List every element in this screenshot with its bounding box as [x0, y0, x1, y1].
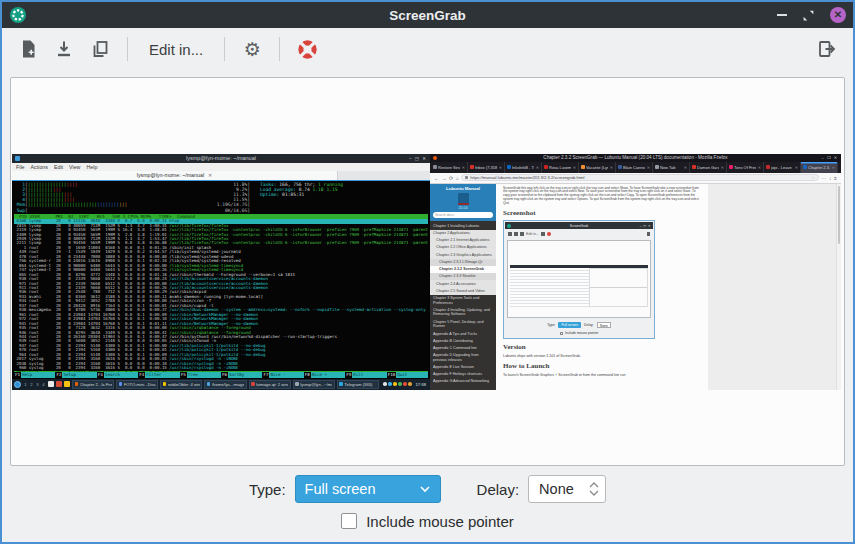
- gear-icon: ⚙: [244, 40, 261, 59]
- spin-up-icon: [589, 482, 599, 488]
- type-combobox[interactable]: Full screen: [295, 475, 441, 503]
- browser-tab: Chapter 2.3.2 S✕: [801, 162, 838, 173]
- tab-favicon: [507, 165, 511, 169]
- mini-edit-in: Edit in...: [526, 232, 539, 236]
- firefox-content: Lubuntu Manual 20.04 Search docs Chapter…: [430, 184, 841, 390]
- lubuntu-manual-logo: [458, 193, 469, 205]
- doc-toc-item: Chapter 2.3.1 LXImage-Qt: [430, 259, 496, 266]
- save-icon: [54, 39, 74, 59]
- firefox-navbar: ← → ⟳ ⌂ https://manual.lubuntu.me/master…: [430, 173, 841, 184]
- captured-left-monitor: lysmp@lyn-mome: ~/manual – ◳ ✕ FileActio…: [12, 154, 430, 390]
- window-title: ScreenGrab: [2, 8, 853, 23]
- terminal-window-controls: – ◳ ✕: [409, 156, 427, 161]
- new-screenshot-button[interactable]: [14, 35, 42, 63]
- mini-checkbox-label: Include mouse pointer: [565, 331, 598, 335]
- include-pointer-checkbox[interactable]: [341, 513, 357, 529]
- tray-icon: [403, 382, 407, 386]
- tab-close-icon: ✕: [832, 165, 835, 170]
- settings-button[interactable]: ⚙: [238, 35, 266, 63]
- taskbar-window-list: Chapter 2...la FirefoxFOTO-mini...Discar…: [72, 380, 379, 389]
- mini-controls: Type: Full screen Delay: None: [505, 320, 653, 329]
- doc-heading-launch: How to Launch: [503, 362, 701, 370]
- home-icon: ⌂: [456, 175, 459, 181]
- mini-window-title: ScreenGrab: [505, 224, 653, 228]
- doc-heading-version: Version: [503, 343, 701, 351]
- doc-content: ScreenGrab this way left click on the tr…: [496, 184, 708, 390]
- doc-version: 20.04: [433, 206, 493, 210]
- doc-sidebar: Lubuntu Manual 20.04 Search docs Chapter…: [430, 184, 496, 390]
- doc-toc-item: Chapter 4 Installing, Updating, and Remo…: [430, 307, 496, 319]
- bookmark-star-icon: ☆: [811, 175, 815, 180]
- tab-favicon: [581, 165, 585, 169]
- toolbar-separator: [127, 37, 128, 61]
- desktop-taskbar: 1234 Chapter 2...la FirefoxFOTO-mini...D…: [12, 379, 430, 390]
- doc-toc-item: Chapter 2.3 Graphics Applications: [430, 251, 496, 258]
- doc-toc-item: Chapter 2.4 Accessories: [430, 280, 496, 287]
- help-button[interactable]: [293, 35, 321, 63]
- copy-button[interactable]: [86, 35, 114, 63]
- browser-tab: Restore Session✕: [431, 162, 468, 173]
- spinbox-arrows[interactable]: [583, 482, 605, 496]
- htop-fkey: F10Quit: [387, 372, 428, 378]
- scrollbar-thumb: [838, 186, 840, 244]
- doc-toc-item: Chapter 2 Applications: [430, 230, 496, 237]
- htop-meter: Swp[0K/14.6G]: [14, 208, 250, 213]
- doc-sidebar-header: Lubuntu Manual 20.04 Search docs: [430, 184, 496, 221]
- htop-fkey: F8Nice +: [304, 372, 345, 378]
- maximize-button[interactable]: [802, 9, 815, 22]
- edit-in-button[interactable]: Edit in...: [141, 35, 211, 63]
- tab-close-icon: ✕: [462, 165, 465, 170]
- tab-favicon: [766, 165, 770, 169]
- mini-checkbox-row: Include mouse pointer: [505, 329, 653, 337]
- workspace-number: 3: [35, 380, 40, 388]
- firefox-icon: [433, 156, 437, 160]
- toolbar-separator: [279, 37, 280, 61]
- mini-quit-icon: [647, 232, 651, 236]
- tab-favicon: [655, 165, 659, 169]
- delay-spinbox[interactable]: None: [528, 475, 606, 503]
- taskbar-window-button: lysmp@lyn...~/manual: [293, 380, 335, 389]
- htop-fkey: F3Search: [97, 372, 138, 378]
- tab-favicon: [803, 165, 807, 169]
- htop-fkey: F7Nice -: [262, 372, 303, 378]
- tab-close-icon: ✕: [684, 165, 687, 170]
- minimize-button[interactable]: [777, 14, 787, 16]
- browser-tab: Vacante (Lyn P✕: [579, 162, 616, 173]
- capture-controls: Type: Full screen Delay: None: [2, 472, 853, 506]
- workspace-number: 1: [23, 380, 28, 388]
- doc-toc-item: Chapter 5 Panel, Desktop, and Runner: [430, 318, 496, 330]
- system-tray: [383, 382, 412, 386]
- doc-toc-item: Appendix E Live Session: [430, 364, 496, 371]
- screengrab-window: ScreenGrab ✕: [0, 0, 855, 544]
- terminal-menu-item: File: [16, 164, 25, 170]
- toolbar-separator: [224, 37, 225, 61]
- chevron-down-icon: [419, 485, 431, 493]
- terminal-tab: lysmp@lyn-mome: ~/manual ✕: [12, 171, 338, 180]
- htop-fkey: F6SortBy: [221, 372, 262, 378]
- save-button[interactable]: [50, 35, 78, 63]
- tab-close-icon: ✕: [758, 165, 761, 170]
- quit-button[interactable]: [813, 35, 841, 63]
- close-button[interactable]: ✕: [830, 7, 846, 23]
- mini-gear-icon: [541, 232, 545, 236]
- overflow-icon: ⋯: [822, 175, 827, 181]
- tab-close-icon: ✕: [795, 165, 798, 170]
- htop-process-list: 6360 lysmp 20 0 11116 4848 3348 R 0.7 0.…: [14, 219, 428, 371]
- mini-type-combobox: Full screen: [558, 322, 581, 328]
- pointer-option-row: Include mouse pointer: [2, 506, 853, 536]
- firefox-title: Chapter 2.3.2 ScreenGrab — Lubuntu Manua…: [430, 155, 841, 160]
- tray-icon: [408, 382, 412, 386]
- htop-fkey: F2Setup: [55, 372, 96, 378]
- window-icon: [207, 382, 211, 386]
- doc-toc-item: Appendix D Upgrading from previous relea…: [430, 352, 496, 364]
- mini-delay-label: Delay:: [584, 323, 594, 327]
- doc-launch-text: To launch ScreenGrab Graphics ‣ ScreenGr…: [503, 373, 701, 377]
- title-bar[interactable]: ScreenGrab ✕: [2, 2, 853, 28]
- browser-tab: Blain Cannon fr✕: [616, 162, 653, 173]
- tray-icon: [398, 382, 402, 386]
- browser-tab: InkslinkB - Tr✕: [505, 162, 542, 173]
- preview-panel: lysmp@lyn-mome: ~/manual – ◳ ✕ FileActio…: [10, 77, 845, 466]
- workspace-number: 2: [29, 380, 34, 388]
- taskbar-window-button: Telegram (365): [337, 380, 379, 389]
- screenshot-preview[interactable]: lysmp@lyn-mome: ~/manual – ◳ ✕ FileActio…: [12, 154, 841, 390]
